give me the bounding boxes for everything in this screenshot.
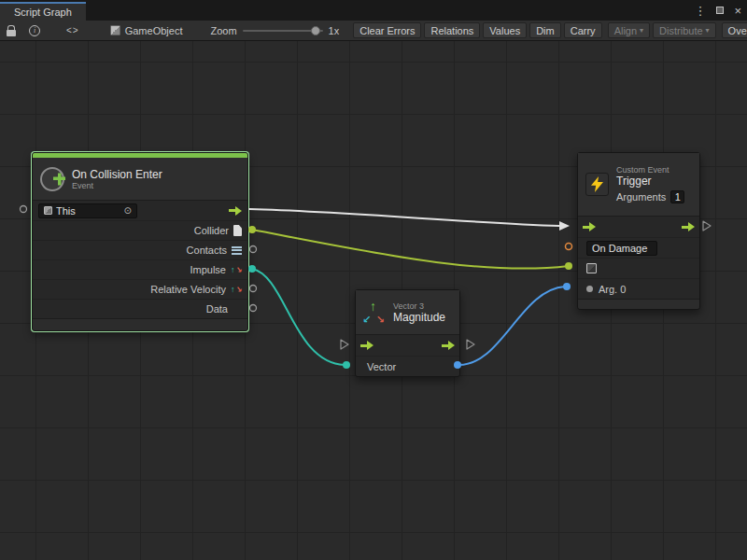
control-output-port[interactable] — [682, 222, 695, 231]
gameobject-cube-icon — [44, 206, 52, 215]
node-header[interactable]: On Collision Enter Event — [33, 158, 247, 201]
chevron-down-icon: ▾ — [640, 26, 643, 35]
port-magnitude-control-output[interactable] — [467, 340, 474, 349]
port-relative-velocity-output[interactable] — [250, 286, 257, 292]
port-data-output[interactable] — [250, 305, 257, 312]
values-button[interactable]: Values — [483, 22, 527, 38]
carry-button[interactable]: Carry — [564, 22, 602, 38]
arguments-label: Arguments — [616, 191, 666, 203]
arg0-label: Arg. 0 — [599, 284, 626, 295]
input-row-event-name[interactable]: On Damage — [578, 237, 699, 258]
object-type-icon — [586, 286, 593, 292]
output-row-contacts[interactable]: Contacts — [33, 240, 247, 259]
distribute-dropdown[interactable]: Distribute ▾ — [653, 22, 715, 38]
node-category: Vector 3 — [393, 301, 445, 311]
node-trigger-custom-event[interactable]: Custom Event Trigger Arguments 1 On Dama… — [577, 152, 700, 310]
input-row-target[interactable] — [578, 258, 699, 278]
node-footer — [578, 299, 699, 309]
node-header[interactable]: Custom Event Trigger Arguments 1 — [578, 153, 699, 217]
control-input-port[interactable] — [583, 222, 596, 231]
wire-control-flow[interactable] — [249, 209, 559, 226]
relations-button[interactable]: Relations — [424, 22, 480, 38]
output-label: Data — [206, 303, 228, 315]
node-header[interactable]: ↑ ↙ ↘ Vector 3 Magnitude — [356, 290, 459, 335]
zoom-label: Zoom — [210, 25, 236, 36]
control-flow-row — [356, 335, 459, 356]
align-dropdown[interactable]: Align ▾ — [608, 22, 650, 38]
tab-bar: Script Graph ⋮ × — [0, 0, 747, 21]
input-row-vector[interactable]: Vector — [356, 356, 459, 376]
node-category: Custom Event — [616, 165, 684, 175]
node-title: Magnitude — [393, 311, 445, 324]
overview-button[interactable]: Overv — [722, 22, 747, 38]
distribute-label: Distribute — [659, 25, 702, 36]
lock-button[interactable] — [0, 21, 22, 41]
zoom-value: 1x — [329, 25, 340, 36]
wire-impulse-to-vector[interactable] — [252, 269, 345, 365]
port-this-input[interactable] — [21, 206, 27, 213]
output-row-collider[interactable]: Collider — [33, 220, 247, 240]
port-impulse-output[interactable] — [248, 265, 256, 273]
output-row-relative-velocity[interactable]: Relative Velocity ↑↘ — [33, 279, 247, 299]
custom-event-icon — [585, 173, 609, 196]
window-menu-button[interactable]: ⋮ — [694, 5, 706, 17]
port-target-input[interactable] — [565, 262, 572, 270]
arguments-count-field[interactable]: 1 — [670, 190, 684, 203]
align-label: Align — [614, 25, 637, 36]
dim-button[interactable]: Dim — [529, 22, 561, 38]
event-name-field[interactable]: On Damage — [586, 241, 657, 256]
input-label: Vector — [367, 361, 396, 372]
window-close-button[interactable]: × — [734, 5, 741, 17]
target-value: This — [56, 205, 76, 217]
node-title: On Collision Enter — [72, 168, 162, 181]
info-icon: i — [29, 25, 40, 36]
output-label: Contacts — [187, 245, 227, 256]
target-row: This ⊙ — [33, 201, 247, 220]
port-trigger-control-output[interactable] — [703, 221, 711, 231]
window-controls: ⋮ × — [694, 0, 741, 21]
collider-type-icon — [233, 225, 242, 236]
chevron-down-icon: ▾ — [706, 26, 710, 35]
target-object-field[interactable]: This ⊙ — [38, 203, 137, 218]
port-collider-output[interactable] — [248, 226, 256, 233]
port-vector-input[interactable] — [343, 361, 350, 369]
wire-collider-to-target[interactable] — [252, 230, 569, 269]
object-picker-icon[interactable]: ⊙ — [124, 205, 132, 216]
arrow-down-left-icon: ↙ — [362, 314, 371, 326]
port-event-name-input[interactable] — [566, 244, 572, 250]
node-vector3-magnitude[interactable]: ↑ ↙ ↘ Vector 3 Magnitude Vector — [355, 289, 460, 377]
clear-errors-button[interactable]: Clear Errors — [353, 22, 421, 38]
inspect-button[interactable]: i — [22, 21, 47, 41]
output-row-impulse[interactable]: Impulse ↑↘ — [33, 259, 247, 279]
output-row-data[interactable]: Data — [33, 299, 247, 318]
control-flow-row — [578, 217, 699, 237]
graph-canvas[interactable]: On Collision Enter Event This ⊙ Collider… — [0, 41, 747, 560]
control-input-port[interactable] — [360, 341, 374, 350]
zoom-slider[interactable] — [243, 30, 323, 32]
gameobject-context-button[interactable]: GameObject — [110, 25, 183, 36]
wire-arrowhead-icon — [559, 221, 570, 231]
input-row-arg0[interactable]: Arg. 0 — [578, 278, 699, 299]
maximize-icon — [716, 7, 724, 14]
collision-event-icon — [40, 167, 64, 191]
node-subtitle: Event — [72, 181, 162, 190]
wire-magnitude-to-arg0[interactable] — [458, 287, 565, 365]
control-output-port[interactable] — [442, 341, 455, 350]
window-maximize-button[interactable] — [716, 7, 724, 14]
arrow-down-right-icon: ↘ — [376, 314, 385, 326]
list-type-icon — [232, 246, 242, 255]
node-footer — [33, 318, 247, 330]
tab-script-graph[interactable]: Script Graph — [0, 2, 86, 21]
node-title: Trigger — [616, 175, 684, 188]
arrow-up-icon: ↑ — [370, 299, 376, 314]
port-arg0-input[interactable] — [563, 283, 571, 290]
edit-code-button[interactable]: <> — [60, 21, 86, 41]
control-output-port[interactable] — [229, 206, 242, 216]
zoom-control: Zoom 1x — [210, 25, 350, 36]
port-magnitude-control-input[interactable] — [341, 340, 348, 349]
gameobject-label: GameObject — [125, 25, 183, 36]
lightning-bolt-icon — [591, 176, 603, 192]
zoom-slider-knob[interactable] — [311, 26, 320, 35]
port-contacts-output[interactable] — [250, 246, 257, 253]
node-on-collision-enter[interactable]: On Collision Enter Event This ⊙ Collider… — [32, 152, 248, 331]
